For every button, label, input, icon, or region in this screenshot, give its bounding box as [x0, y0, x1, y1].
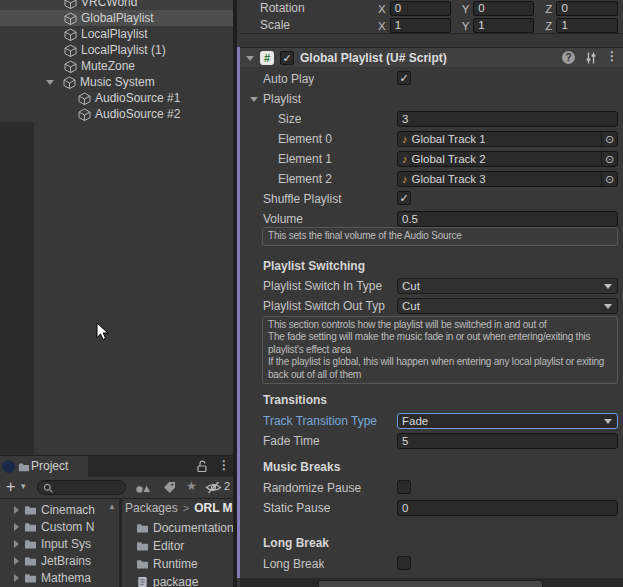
tree-item-jetbrains[interactable]: JetBrains: [0, 552, 119, 569]
foldout-collapsed-icon[interactable]: [14, 540, 19, 548]
hierarchy-item-audiosource-1[interactable]: AudioSource #1: [0, 90, 233, 106]
hierarchy-left-gutter: [0, 122, 34, 455]
file-item-package[interactable]: package: [122, 573, 233, 587]
long-break-header: Long Break: [263, 536, 329, 550]
hierarchy-item-label: MuteZone: [81, 59, 135, 73]
foldout-collapsed-icon[interactable]: [14, 574, 19, 582]
hierarchy-item-globalplaylist[interactable]: GlobalPlaylist: [0, 10, 233, 26]
static-pause-field[interactable]: 0: [397, 500, 618, 516]
foldout-collapsed-icon[interactable]: [14, 506, 19, 514]
unlock-icon[interactable]: [196, 460, 208, 473]
object-picker-icon[interactable]: ⊙: [601, 152, 617, 166]
playlist-foldout-row[interactable]: Playlist: [240, 90, 623, 108]
breadcrumb-current[interactable]: ORL Mu: [194, 501, 233, 515]
volume-field[interactable]: 0.5: [397, 211, 618, 227]
x-axis-label: X: [378, 20, 386, 32]
x-axis-label: X: [378, 3, 386, 15]
search-by-label-icon[interactable]: [163, 481, 176, 494]
element-2-object-field[interactable]: ♪Global Track 3 ⊙: [397, 171, 618, 187]
playlist-foldout-icon[interactable]: [250, 97, 258, 102]
hierarchy-item-localplaylist[interactable]: LocalPlaylist: [0, 26, 233, 42]
hierarchy-item-audiosource-2[interactable]: AudioSource #2: [0, 106, 233, 122]
hierarchy-item-label: LocalPlaylist (1): [81, 43, 166, 57]
size-label: Size: [278, 112, 301, 126]
project-toolbar: + ▾ ★ 2: [0, 477, 233, 499]
hidden-packages-eye-icon[interactable]: [205, 481, 222, 494]
hierarchy-item-localplaylist-1[interactable]: LocalPlaylist (1): [0, 42, 233, 58]
hierarchy-item-music-system[interactable]: Music System: [0, 74, 233, 90]
switch-in-value: Cut: [402, 280, 420, 292]
scale-x-field[interactable]: 1: [390, 18, 451, 33]
unity-editor: VRCWorld GlobalPlaylist LocalPlaylist Lo…: [0, 0, 623, 587]
add-component-button[interactable]: [318, 580, 543, 587]
element-0-object-field[interactable]: ♪Global Track 1 ⊙: [397, 131, 618, 147]
y-axis-label: Y: [462, 3, 470, 15]
folder-icon: [24, 521, 37, 533]
breadcrumb-root[interactable]: Packages: [125, 501, 178, 515]
component-help-icon[interactable]: ?: [562, 51, 575, 64]
component-menu-icon[interactable]: ⋮: [606, 49, 618, 63]
tab-project[interactable]: Project: [0, 456, 88, 477]
element-1-object-field[interactable]: ♪Global Track 2 ⊙: [397, 151, 618, 167]
switch-in-dropdown[interactable]: Cut: [397, 278, 618, 294]
auto-play-checkbox[interactable]: ✓: [397, 71, 411, 85]
object-picker-icon[interactable]: ⊙: [601, 132, 617, 146]
hierarchy-item-vrcworld[interactable]: VRCWorld: [0, 0, 233, 10]
create-asset-button[interactable]: +: [6, 478, 15, 496]
file-item-label: package: [153, 575, 198, 587]
search-by-type-icon[interactable]: [135, 481, 151, 494]
tree-item-input-system[interactable]: Input Sys: [0, 535, 119, 552]
shuffle-playlist-checkbox[interactable]: ✓: [397, 191, 411, 205]
foldout-expanded-icon[interactable]: [46, 80, 54, 85]
file-item-runtime[interactable]: Runtime: [122, 555, 233, 573]
project-search-input[interactable]: [37, 480, 126, 495]
fade-time-field[interactable]: 5: [397, 433, 618, 449]
long-break-checkbox[interactable]: [397, 556, 411, 570]
document-icon: [136, 576, 149, 587]
file-item-documentation[interactable]: Documentation: [122, 519, 233, 537]
foldout-collapsed-icon[interactable]: [14, 557, 19, 565]
tree-item-cinemachine[interactable]: Cinemach: [0, 501, 119, 518]
rotation-y-field[interactable]: 0: [473, 1, 534, 16]
size-field[interactable]: 3: [397, 111, 618, 127]
component-presets-icon[interactable]: [584, 51, 598, 65]
z-axis-label: Z: [545, 20, 552, 32]
element-2-row: Element 2 ♪Global Track 3 ⊙: [240, 170, 623, 188]
scale-z-field[interactable]: 1: [556, 18, 618, 33]
component-gap: [240, 34, 623, 47]
hierarchy-panel: VRCWorld GlobalPlaylist LocalPlaylist Lo…: [0, 0, 233, 455]
file-item-label: Documentation: [153, 521, 233, 535]
playlist-size-row: Size 3: [240, 110, 623, 128]
hierarchy-item-mutezone[interactable]: MuteZone: [0, 58, 233, 74]
switch-out-dropdown[interactable]: Cut: [397, 298, 618, 314]
hierarchy-item-label: Music System: [80, 75, 155, 89]
create-dropdown-caret-icon[interactable]: ▾: [21, 481, 26, 491]
tree-item-mathematics[interactable]: Mathema: [0, 569, 119, 586]
foldout-collapsed-icon[interactable]: [14, 523, 19, 531]
transitions-header: Transitions: [263, 393, 327, 407]
file-item-editor[interactable]: Editor: [122, 537, 233, 555]
scrollbar-up-icon[interactable]: ▲: [108, 502, 116, 511]
rotation-z-field[interactable]: 0: [556, 1, 618, 16]
scale-label: Scale: [260, 18, 290, 32]
element-1-value: Global Track 2: [412, 153, 486, 165]
scale-y-field[interactable]: 1: [473, 18, 534, 33]
long-break-label: Long Break: [263, 557, 324, 571]
playlist-label: Playlist: [263, 92, 301, 106]
component-foldout-icon[interactable]: [246, 56, 254, 61]
z-axis-label: Z: [545, 3, 552, 15]
component-header[interactable]: # ✓ Global Playlist (U# Script) ? ⋮: [240, 47, 623, 67]
file-item-label: Editor: [153, 539, 184, 553]
randomize-pause-checkbox[interactable]: [397, 480, 411, 494]
object-picker-icon[interactable]: ⊙: [601, 172, 617, 186]
component-enabled-checkbox[interactable]: ✓: [280, 51, 294, 65]
rotation-x-field[interactable]: 0: [390, 1, 451, 16]
tree-item-label: Cinemach: [41, 503, 95, 517]
project-menu-icon[interactable]: ⋮: [218, 458, 230, 472]
tree-item-custom[interactable]: Custom N: [0, 518, 119, 535]
track-transition-dropdown[interactable]: Fade: [397, 413, 618, 429]
playlist-switching-header: Playlist Switching: [263, 259, 365, 273]
volume-row: Volume 0.5: [240, 210, 623, 228]
gameobject-cube-icon: [64, 0, 77, 9]
favorites-star-icon[interactable]: ★: [186, 479, 197, 493]
